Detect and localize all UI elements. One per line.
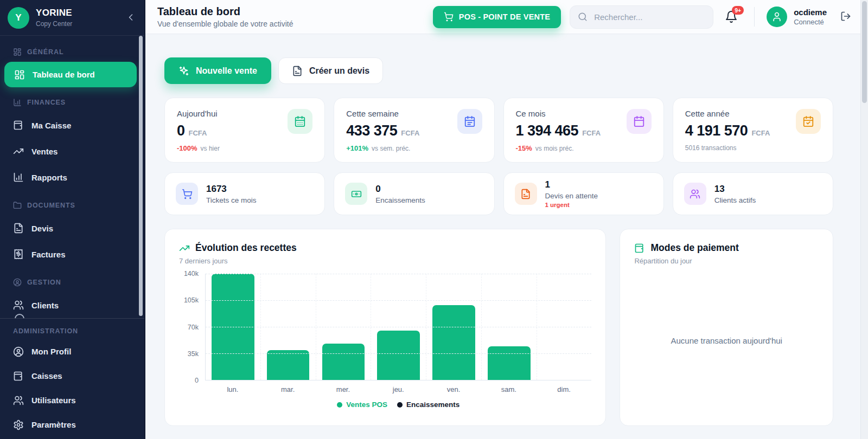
main-area: Tableau de bord Vue d'ensemble globale d… [145, 0, 868, 439]
stat-delta-row: -100%vs hier [177, 144, 220, 152]
sidebar-item-label: Utilisateurs [31, 396, 76, 405]
x-tick: sam. [481, 385, 537, 393]
shopping-cart-icon [444, 12, 454, 22]
sidebar-item-utilisateurs[interactable]: Utilisateurs [0, 388, 144, 412]
chart-bar-mer [322, 344, 365, 380]
file-text-chip [515, 183, 537, 205]
y-tick: 105k [184, 296, 199, 304]
sidebar-nav: GÉNÉRALTableau de bordFINANCESMa CaisseV… [0, 36, 144, 318]
trending-up-icon [179, 243, 190, 254]
user-info: ocdieme Connecté [794, 8, 827, 26]
search-icon [578, 12, 588, 22]
legend-label: Ventes POS [346, 401, 387, 409]
section-label-text: GÉNÉRAL [27, 48, 63, 56]
stat-label: Ce mois [516, 109, 601, 118]
chevron-left-icon [125, 12, 136, 23]
stat-label: Cette semaine [346, 109, 419, 118]
sidebar-item-label: Factures [31, 250, 66, 259]
sidebar-collapse-button[interactable] [125, 12, 137, 24]
mini-label: Clients actifs [714, 196, 756, 204]
stat-delta-row: -15%vs mois préc. [516, 144, 601, 152]
pos-button[interactable]: POS - POINT DE VENTE [433, 6, 561, 28]
calendar-chip [627, 109, 652, 134]
sidebar-item-mon-profil[interactable]: Mon Profil [0, 339, 144, 364]
sidebar-section-label-finances: FINANCES [13, 98, 131, 107]
sidebar-item-label: Ma Caisse [31, 121, 71, 130]
header-divider [754, 7, 755, 27]
stat-delta: -15% [516, 144, 532, 152]
chart-bar-sam [488, 346, 531, 380]
stat-value-row: 0FCFA [177, 122, 220, 139]
page-scrollbar[interactable] [860, 0, 868, 439]
search-input[interactable] [593, 12, 705, 22]
sidebar-scrollbar-thumb[interactable] [139, 36, 143, 316]
y-tick: 0 [195, 377, 199, 384]
pos-button-label: POS - POINT DE VENTE [459, 12, 550, 21]
stat-card-ce-mois: Ce mois1 394 465FCFA-15%vs mois préc. [503, 98, 664, 163]
stat-value-row: 4 191 570FCFA [685, 122, 770, 139]
stat-card-aujourd-hui: Aujourd'hui0FCFA-100%vs hier [164, 98, 325, 163]
sidebar-item-ma-caisse[interactable]: Ma Caisse [0, 112, 144, 138]
chart-bar-jeu [377, 331, 420, 380]
new-sale-button[interactable]: Nouvelle vente [164, 57, 271, 84]
calendar-icon [633, 115, 645, 127]
stat-delta-note: vs sem. préc. [372, 145, 410, 152]
logout-button[interactable] [840, 11, 852, 23]
stat-value: 0 [177, 122, 185, 139]
bar-chart: 140k105k70k35k0 lun.mar.mer.jeu.ven.sam.… [179, 274, 591, 409]
create-quote-label: Créer un devis [309, 66, 369, 76]
calendar-lines-chip [457, 109, 482, 134]
legend-item-encaissements: Encaissements [397, 401, 459, 409]
sidebar-item-parametres[interactable]: Paramètres [0, 412, 144, 437]
page-scrollbar-thumb[interactable] [862, 1, 867, 103]
chart-x-labels: lun.mar.mer.jeu.ven.sam.dim. [205, 385, 591, 393]
mini-card-devis-en-attente: 1Devis en attente1 urgent [503, 172, 664, 215]
x-tick: jeu. [371, 385, 426, 393]
x-tick: mar. [260, 385, 316, 393]
stat-currency: FCFA [401, 129, 419, 137]
sidebar-item-ventes[interactable]: Ventes [0, 138, 144, 164]
calendar-days-icon [294, 115, 306, 127]
user-icon [771, 11, 782, 22]
stat-currency: FCFA [751, 129, 770, 137]
user-menu[interactable]: ocdieme Connecté [767, 7, 827, 27]
mini-label: Devis en attente [545, 192, 598, 200]
users-icon [13, 300, 24, 311]
quick-actions: Nouvelle vente Créer un devis [164, 57, 833, 84]
calendar-check-chip [796, 109, 821, 134]
calendar-days-chip [288, 109, 312, 134]
page-subtitle: Vue d'ensemble globale de votre activité [157, 20, 293, 28]
search-box [570, 5, 713, 29]
section-label-text: DOCUMENTS [27, 202, 75, 209]
trending-up-icon [13, 146, 24, 157]
sidebar-item-devis[interactable]: Devis [0, 215, 144, 241]
receipt-icon [13, 249, 24, 260]
notifications-button[interactable]: 9+ [724, 10, 738, 24]
brand-block: YORINE Copy Center [36, 8, 72, 28]
sidebar-item-rapports[interactable]: Rapports [0, 164, 144, 190]
stat-delta-note: vs hier [201, 145, 220, 152]
sidebar-item-caisses[interactable]: Caisses [0, 364, 144, 388]
banknote-icon [351, 189, 362, 199]
stat-currency: FCFA [582, 129, 601, 137]
stat-currency: FCFA [189, 129, 207, 137]
sidebar-header: Y YORINE Copy Center [0, 0, 144, 36]
legend-dot [397, 402, 403, 408]
mini-card-tickets-ce-mois: 1673Tickets ce mois [164, 172, 325, 215]
new-sale-label: Nouvelle vente [196, 66, 257, 76]
section-label-text: GESTION [27, 279, 61, 286]
create-quote-button[interactable]: Créer un devis [278, 57, 383, 84]
gridline [206, 274, 591, 274]
sidebar-section-label-administration: ADMINISTRATION [13, 327, 131, 335]
file-text-icon [520, 189, 531, 199]
wallet-icon [634, 243, 645, 254]
sidebar-item-factures[interactable]: Factures [0, 241, 144, 267]
sidebar-item-tableau-de-bord[interactable]: Tableau de bord [4, 62, 137, 87]
shopping-cart-icon [182, 189, 193, 199]
legend-item-ventes-pos: Ventes POS [337, 401, 387, 409]
chart-legend: Ventes POSEncaissements [205, 401, 591, 409]
sidebar-item-label: Rapports [31, 173, 67, 182]
mini-card-encaissements: 0Encaissements [334, 172, 494, 215]
stat-value-row: 433 375FCFA [346, 122, 419, 139]
chart-column-icon [13, 172, 24, 183]
